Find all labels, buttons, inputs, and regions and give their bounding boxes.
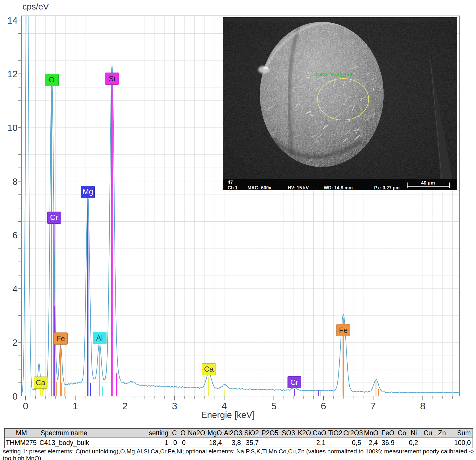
svg-text:6: 6 <box>12 230 18 240</box>
value-cell-P2O5 <box>260 438 279 448</box>
sem-info-px: Px: 0,27 µm <box>374 185 399 190</box>
sem-info-mag: MAG: 600x <box>247 185 271 190</box>
svg-text:2: 2 <box>12 337 18 348</box>
header-cell-K2O: K2O <box>297 428 312 438</box>
sem-info-channel: Ch 1 <box>228 185 238 190</box>
value-cell-Al2O3: 3,8 <box>224 438 243 448</box>
header-cell-Al2O3: Al2O3 <box>224 428 243 438</box>
svg-text:4: 4 <box>222 400 227 411</box>
element-label-Si-6: Si <box>105 73 119 85</box>
svg-text:8: 8 <box>12 176 18 187</box>
y-tick-labels: 02468101214 <box>7 15 18 402</box>
value-cell-Ni: 0,2 <box>408 438 420 448</box>
element-label-Fe-3: Fe <box>54 332 68 345</box>
header-cell-Cr2O3: Cr2O3 <box>343 428 363 438</box>
svg-text:0: 0 <box>12 391 18 402</box>
sem-info-hv: HV: 15 kV <box>288 185 309 190</box>
marker-line-Si <box>116 373 117 396</box>
element-label-Mg-4: Mg <box>81 186 95 198</box>
header-cell-C: C <box>170 428 179 438</box>
value-cell-Co <box>396 438 408 448</box>
value-cell-Cu <box>420 438 436 448</box>
element-label-O-1: O <box>45 74 59 86</box>
value-cell-O: 0 <box>179 438 187 448</box>
eds-spectrum-report: { "footnote": "setting 1: preset element… <box>0 0 476 460</box>
marker-line-Al <box>102 386 103 396</box>
header-cell-TiO2: TiO2 <box>327 428 343 438</box>
svg-text:7: 7 <box>370 400 376 411</box>
settings-footnote: setting 1: preset elements: C(not unfold… <box>3 448 476 460</box>
svg-text:6: 6 <box>321 400 326 411</box>
header-cell-Na2O: Na2O <box>187 428 206 438</box>
header-cell-Spectrum-name: Spectrum name <box>38 428 142 438</box>
svg-text:3: 3 <box>172 400 177 411</box>
value-cell-MgO: 18,4 <box>206 438 224 448</box>
element-label-Ca-7: Ca <box>202 363 216 375</box>
value-cell-C: 0 <box>170 438 179 448</box>
value-cell-Cr2O3: 0,5 <box>343 438 363 448</box>
header-cell-setting: setting <box>142 428 170 438</box>
value-cell-FeO: 36,9 <box>380 438 396 448</box>
marker-line-Cr <box>294 389 295 396</box>
value-cell-TiO2 <box>327 438 343 448</box>
marker-line-Fe <box>376 381 376 396</box>
svg-text:1: 1 <box>73 400 78 411</box>
header-cell-MnO: MnO <box>363 428 380 438</box>
element-label-Fe-9: Fe <box>336 324 350 336</box>
svg-text:10: 10 <box>7 123 18 133</box>
value-cell-K2O <box>297 438 312 448</box>
marker-line-Fe <box>378 389 379 396</box>
value-cell-CaO: 2,1 <box>312 438 327 448</box>
svg-text:8: 8 <box>420 400 426 411</box>
marker-line-Mg <box>90 383 91 396</box>
header-cell-Cu: Cu <box>420 428 436 438</box>
header-cell-SiO2: SiO2 <box>243 428 260 438</box>
sem-scale-bar-label: 40 µm <box>421 180 435 186</box>
svg-text:0: 0 <box>23 400 28 411</box>
analysis-area-label: C413_body_bulk <box>316 72 355 77</box>
header-cell-Zn: Zn <box>436 428 448 438</box>
marker-line-Fe <box>56 382 57 396</box>
marker-line-Mg <box>87 199 88 396</box>
svg-text:2: 2 <box>122 400 128 411</box>
sem-frame-number: 47 <box>228 180 233 185</box>
value-cell-MnO: 2,4 <box>363 438 380 448</box>
value-cell-Spectrum-name: C413_body_bulk <box>38 438 142 448</box>
header-cell-Sum: Sum <box>448 428 473 438</box>
header-cell-Co: Co <box>396 428 408 438</box>
header-cell-SO3: SO3 <box>279 428 297 438</box>
x-tick-labels: 012345678 <box>23 400 426 411</box>
header-cell-Ni: Ni <box>408 428 420 438</box>
element-label-Al-5: Al <box>93 332 106 344</box>
element-label-Cr-2: Cr <box>47 212 61 224</box>
marker-line-Al <box>30 386 31 396</box>
y-axis-title: cps/eV <box>22 2 49 12</box>
value-cell-Sum: 100,0 <box>448 438 473 448</box>
sem-top-light-band <box>223 17 457 22</box>
header-cell-MM: MM <box>4 428 38 438</box>
sem-bright-blob-core <box>263 66 268 69</box>
marker-line-Si <box>111 85 113 396</box>
marker-line-Al <box>99 346 100 396</box>
quant-results-table: MMSpectrum namesettingCONa2OMgOAl2O3SiO2… <box>4 428 473 448</box>
value-cell-MM: THMM275 <box>4 438 38 448</box>
header-cell-P2O5: P2O5 <box>260 428 279 438</box>
marker-line-O <box>51 91 52 396</box>
element-label-Ca-0: Ca <box>34 377 47 389</box>
header-cell-FeO: FeO <box>380 428 396 438</box>
value-cell-Zn <box>436 438 448 448</box>
value-cell-Na2O <box>187 438 206 448</box>
header-cell-CaO: CaO <box>312 428 327 438</box>
svg-text:14: 14 <box>7 15 18 26</box>
value-cell-SiO2: 35,7 <box>243 438 260 448</box>
marker-line-Fe <box>61 383 62 396</box>
marker-line-Cr <box>54 306 55 396</box>
marker-line-Ca <box>208 377 209 396</box>
sem-info-wd: WD: 14,8 mm <box>324 185 353 190</box>
svg-text:12: 12 <box>7 69 18 79</box>
marker-line-Fe <box>64 387 65 396</box>
value-cell-SO3 <box>279 438 297 448</box>
element-label-Cr-8: Cr <box>287 376 301 388</box>
marker-line-Ca <box>224 390 225 396</box>
header-cell-MgO: MgO <box>206 428 224 438</box>
